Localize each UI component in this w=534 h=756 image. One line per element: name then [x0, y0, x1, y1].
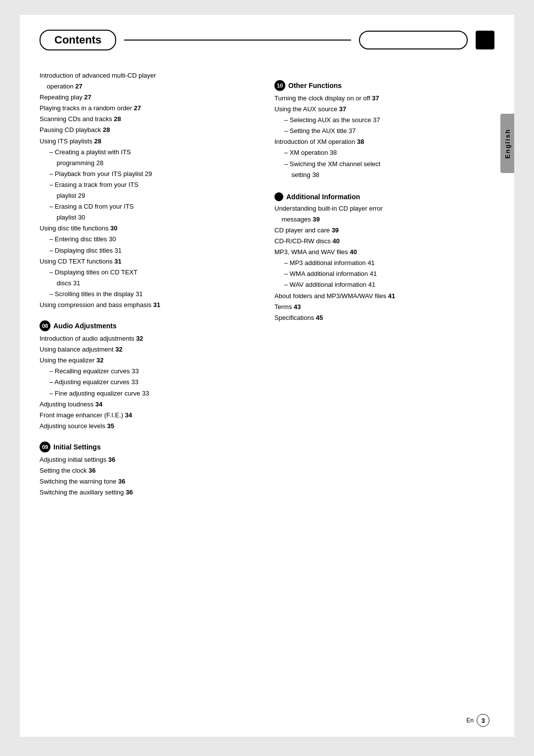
section-additional-entries: Understanding built-in CD player error m…: [274, 203, 494, 323]
list-item: Turning the clock display on or off 37: [274, 93, 494, 104]
language-tab: English: [500, 114, 514, 173]
right-column: 10 Other Functions Turning the clock dis…: [274, 70, 494, 498]
list-item: – Recalling equalizer curves 33: [40, 366, 260, 377]
section-08-circle: 08: [40, 320, 50, 331]
section-10-entries: Turning the clock display on or off 37 U…: [274, 93, 494, 180]
specifications-entry: Specifications 45: [274, 312, 494, 323]
section-08-header: 08 Audio Adjustments: [40, 320, 260, 331]
footer-en-label: En: [466, 717, 474, 724]
section-additional-header: Additional Information: [274, 192, 494, 201]
list-item: Using compression and bass emphasis 31: [40, 300, 260, 311]
list-item: – WMA additional information 41: [274, 268, 494, 279]
list-item: – Erasing a CD from your ITS playlist 30: [40, 201, 260, 223]
list-item: About folders and MP3/WMA/WAV files 41: [274, 291, 494, 302]
list-item: – Setting the AUX title 37: [274, 126, 494, 136]
page: Contents English Introduction of advance…: [20, 15, 514, 737]
list-item: Using disc title functions 30: [40, 223, 260, 234]
list-item: Adjusting source levels 35: [40, 421, 260, 432]
section-09-title: Initial Settings: [53, 443, 101, 451]
list-item: – XM operation 38: [274, 147, 494, 158]
language-label: English: [504, 129, 511, 159]
list-item: CD player and care 39: [274, 225, 494, 236]
list-item: Setting the clock 36: [40, 465, 260, 476]
header-square: [476, 31, 494, 49]
list-item: – MP3 additional information 41: [274, 258, 494, 268]
list-item: – Erasing a track from your ITS playlist…: [40, 179, 260, 201]
list-item: Using balance adjustment 32: [40, 344, 260, 355]
header-divider: [124, 40, 351, 41]
list-item: – Scrolling titles in the display 31: [40, 289, 260, 300]
page-footer: En 3: [466, 714, 490, 727]
list-item: Understanding built-in CD player error m…: [274, 203, 494, 225]
page-title: Contents: [40, 30, 116, 50]
list-item: – Swiching the XM channel select setting…: [274, 159, 494, 180]
list-item: Switching the auxiliary setting 36: [40, 487, 260, 498]
header-right-box: [359, 31, 468, 49]
left-column: Introduction of advanced multi-CD player…: [40, 70, 260, 498]
list-item: Front image enhancer (F.I.E.) 34: [40, 410, 260, 421]
list-item: Using ITS playlists 28: [40, 136, 260, 147]
section-10-circle: 10: [274, 80, 285, 91]
list-item: Introduction of XM operation 38: [274, 136, 494, 147]
list-item: Pausing CD playback 28: [40, 125, 260, 135]
section-09-header: 09 Initial Settings: [40, 442, 260, 452]
list-item: – Playback from your ITS playlist 29: [40, 169, 260, 179]
list-item: – Selecting AUX as the source 37: [274, 115, 494, 126]
list-item: – WAV additional information 41: [274, 279, 494, 290]
list-item: – Entering disc titles 30: [40, 234, 260, 245]
list-item: CD-R/CD-RW discs 40: [274, 236, 494, 247]
section-10-header: 10 Other Functions: [274, 80, 494, 91]
list-item: Introduction of audio adjustments 32: [40, 333, 260, 344]
list-item: Introduction of advanced multi-CD player…: [40, 70, 260, 92]
list-item: Switching the warning tone 36: [40, 476, 260, 487]
section-08-title: Audio Adjustments: [53, 322, 117, 330]
content-columns: Introduction of advanced multi-CD player…: [40, 70, 494, 498]
list-item: Adjusting initial settings 36: [40, 454, 260, 465]
section-10-title: Other Functions: [288, 82, 342, 89]
page-header: Contents: [40, 30, 494, 50]
section-08-entries: Introduction of audio adjustments 32 Usi…: [40, 333, 260, 432]
terms-entry: Terms 43: [274, 302, 494, 312]
section-additional-circle: [274, 192, 283, 201]
list-item: – Creating a playlist with ITS programmi…: [40, 147, 260, 169]
list-item: Adjusting loudness 34: [40, 399, 260, 410]
list-item: Using the AUX source 37: [274, 104, 494, 115]
list-item: Playing tracks in a random order 27: [40, 103, 260, 114]
footer-page-number: 3: [477, 714, 490, 727]
list-item: Scanning CDs and tracks 28: [40, 114, 260, 125]
section-additional-title: Additional Information: [286, 193, 360, 201]
intro-entries: Introduction of advanced multi-CD player…: [40, 70, 260, 311]
list-item: Using CD TEXT functions 31: [40, 256, 260, 267]
list-item: Repeating play 27: [40, 92, 260, 103]
list-item: – Fine adjusting equalizer curve 33: [40, 388, 260, 399]
list-item: Using the equalizer 32: [40, 355, 260, 366]
list-item: MP3, WMA and WAV files 40: [274, 247, 494, 258]
list-item: – Adjusting equalizer curves 33: [40, 377, 260, 388]
section-09-entries: Adjusting initial settings 36 Setting th…: [40, 454, 260, 498]
section-09-circle: 09: [40, 442, 50, 452]
list-item: – Displaying disc titles 31: [40, 245, 260, 256]
list-item: – Displaying titles on CD TEXT discs 31: [40, 267, 260, 289]
